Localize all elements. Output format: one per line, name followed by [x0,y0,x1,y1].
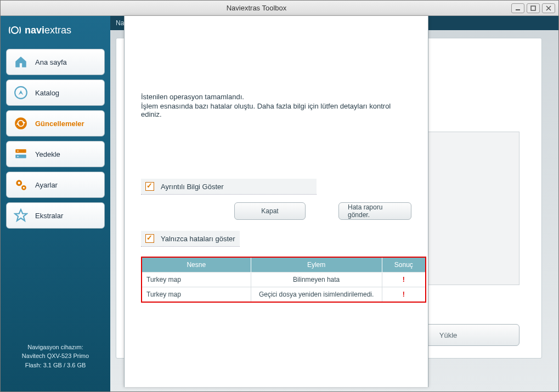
error-icon: ! [382,272,426,287]
table-row: Turkey map Geçici dosya yeniden isimlend… [142,287,426,303]
errors-only-row[interactable]: Yalnızca hataları göster [141,231,240,247]
cell-object: Turkey map [142,287,251,303]
sidebar-item-backup[interactable]: Yedekle [6,141,105,167]
table-header-row: Nesne Eylem Sonuç [142,257,426,272]
svg-point-12 [18,182,20,184]
svg-point-10 [18,156,19,157]
brand-text-light: extras [44,25,71,36]
cell-action: Bilinmeyen hata [251,272,382,287]
svg-rect-1 [531,6,535,10]
sidebar-item-label: Yedekle [35,150,60,158]
sidebar-item-label: Ayarlar [35,181,58,189]
svg-rect-8 [15,155,26,158]
sidebar-item-label: Ekstralar [35,212,63,220]
svg-point-14 [23,187,25,189]
svg-point-6 [15,117,27,129]
sidebar-item-settings[interactable]: Ayarlar [6,172,105,198]
svg-point-4 [12,27,18,33]
col-action: Eylem [251,257,382,272]
minimize-button[interactable] [511,3,524,13]
device-line: Navitech QXV-523 Primo [6,351,105,361]
brand-text-bold: navi [25,25,44,36]
col-object: Nesne [142,257,251,272]
home-icon [13,54,29,70]
dialog-button-row: Kapat Hata raporu gönder. [234,202,411,220]
brand-icon [8,24,21,37]
sidebar-item-label: Ana sayfa [35,58,67,66]
checkbox-icon[interactable] [145,182,154,191]
install-button-label: Yükle [439,331,458,339]
sidebar-item-label: Katalog [35,89,59,97]
col-result: Sonuç [382,257,426,272]
device-line: Navigasyon cihazım: [6,343,105,352]
send-report-button[interactable]: Hata raporu gönder. [338,202,411,220]
dialog-message: İşlem esnasında bazı hatalar oluştu. Dah… [141,102,411,118]
brand-logo: naviextras [1,20,110,47]
close-dialog-button[interactable]: Kapat [234,202,306,220]
button-label: Hata raporu gönder. [348,203,402,219]
svg-point-9 [18,151,19,152]
dialog-body: İstenilen operasyon tamamlandı. İşlem es… [125,16,428,303]
device-line: Flash: 3.1 GB / 3.6 GB [6,361,105,370]
sidebar-item-catalog[interactable]: Katalog [6,79,105,106]
table-row: Turkey map Bilinmeyen hata ! [142,272,426,287]
errors-only-label: Yalnızca hataları göster [161,235,235,243]
maximize-button[interactable] [527,3,540,13]
sidebar-item-updates[interactable]: Güncellemeler [6,110,105,137]
checkbox-icon[interactable] [145,234,154,243]
show-details-row[interactable]: Ayrıntılı Bilgi Göster [141,179,317,195]
button-label: Kapat [261,207,278,215]
sidebar-item-label: Güncellemeler [35,120,84,128]
window-title: Naviextras Toolbox [4,4,509,12]
gear-icon [13,177,29,192]
error-table: Nesne Eylem Sonuç Turkey map Bilinmeyen … [141,257,426,303]
result-dialog: İstenilen operasyon tamamlandı. İşlem es… [124,16,428,387]
error-icon: ! [382,287,426,303]
sidebar-item-extras[interactable]: Ekstralar [6,202,105,229]
show-details-label: Ayrıntılı Bilgi Göster [161,183,224,191]
backup-icon [13,146,29,162]
app-window: Naviextras Toolbox naviextras Ana sayfa … [0,0,559,392]
compass-icon [13,85,29,100]
sidebar-item-home[interactable]: Ana sayfa [6,49,105,75]
dialog-message: İstenilen operasyon tamamlandı. [141,93,411,101]
cell-object: Turkey map [142,272,251,287]
svg-rect-7 [15,149,26,153]
star-icon [13,208,29,223]
updates-icon [13,116,29,131]
close-button[interactable] [542,3,555,13]
device-info: Navigasyon cihazım: Navitech QXV-523 Pri… [1,332,110,392]
titlebar: Naviextras Toolbox [1,1,558,16]
sidebar: naviextras Ana sayfa Katalog Güncellemel… [1,16,110,391]
cell-action: Geçici dosya yeniden isimlendirilemedi. [251,287,382,303]
